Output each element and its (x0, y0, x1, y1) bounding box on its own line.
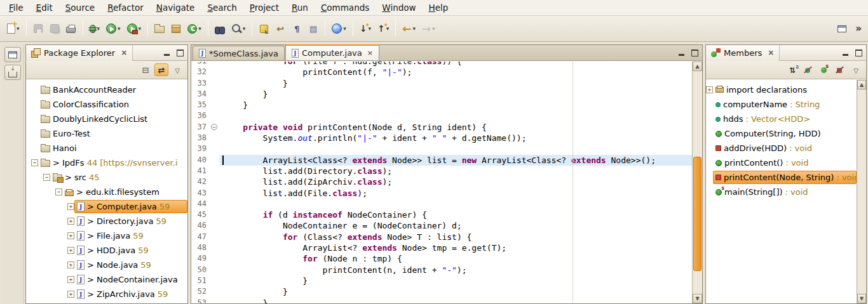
member-item-adddrive-hdd[interactable]: addDrive(HDD): void (706, 141, 857, 155)
member-item-computername[interactable]: computerName: String (706, 97, 857, 112)
new-wizard-button[interactable]: ▾ (4, 20, 22, 37)
print-button[interactable] (64, 20, 79, 37)
hide-fields-button[interactable] (801, 63, 815, 76)
sort-members-button[interactable] (785, 63, 799, 76)
member-item-import-declarations[interactable]: +import declarations (706, 83, 857, 97)
code-line[interactable]: 38 System.out.println("|-" + ident + " "… (191, 133, 692, 143)
tree-item-directory-java[interactable]: +J> Directory.java59 (26, 214, 187, 228)
close-tab-icon[interactable]: × (367, 49, 373, 57)
tree-item-edu-kit-filesystem[interactable]: −> edu.kit.filesystem (26, 185, 187, 199)
code-line[interactable]: 35 } (191, 100, 692, 110)
expand-handle-icon[interactable]: + (67, 261, 74, 268)
menu-run[interactable]: Run (285, 1, 315, 15)
code-line[interactable]: 48 ArrayList<? extends Node> tmp = e.get… (191, 242, 692, 253)
dropdown-arrow-icon[interactable]: ▾ (386, 25, 390, 32)
code-line[interactable]: 49 for (Node n : tmp) { (191, 253, 692, 264)
tree-item-bankaccountreader[interactable]: BankAccountReader (26, 83, 187, 97)
expand-handle-icon[interactable]: + (67, 276, 74, 283)
code-line[interactable]: 43 list.add(File.class); (191, 188, 692, 199)
code-line[interactable]: 39 (191, 143, 692, 154)
hide-non-public-members-button[interactable] (833, 63, 847, 76)
code-area[interactable]: 31 for (File f : hdd.get(File.class)) {3… (191, 62, 692, 303)
menu-help[interactable]: Help (423, 1, 455, 15)
dropdown-arrow-icon[interactable]: ▾ (343, 25, 346, 32)
menu-refactor[interactable]: Refactor (101, 1, 150, 15)
code-line[interactable]: 44 (191, 199, 692, 209)
open-type-button[interactable] (212, 20, 227, 37)
tree-item-src[interactable]: −> src45 (26, 170, 187, 185)
code-line[interactable]: 33 } (191, 78, 692, 89)
scrollbar-thumb[interactable] (693, 157, 702, 271)
show-selected-element-button[interactable] (306, 20, 321, 37)
menu-search[interactable]: Search (201, 1, 243, 15)
toolbar-overflow-chevron-icon[interactable]: » (855, 23, 864, 34)
editor-tab-computer-java[interactable]: JComputer.java× (285, 44, 379, 60)
code-line[interactable]: 51 } (191, 275, 692, 286)
dropdown-arrow-icon[interactable]: ▾ (368, 25, 371, 32)
view-menu-button[interactable] (170, 63, 184, 76)
toolbar-customize-button[interactable] (834, 20, 850, 37)
run-external-tools-button[interactable]: ▾ (125, 20, 144, 37)
code-line[interactable]: 36 (191, 110, 692, 121)
tree-item-ipdfs[interactable]: −> IpdFs44 [https://svnserver.i (26, 155, 187, 170)
tree-item-euro-test[interactable]: Euro-Test (26, 126, 187, 141)
expand-handle-icon[interactable]: + (706, 86, 713, 93)
tree-item-doublylinkedcycliclist[interactable]: DoublyLinkedCyclicList (26, 112, 187, 126)
member-item-main-string[interactable]: main(String[]): void (706, 185, 857, 199)
code-line[interactable]: 53 } (191, 298, 692, 303)
expand-handle-icon[interactable]: + (67, 203, 74, 210)
tree-item-nodecontainer-java[interactable]: +J> NodeContainer.java (26, 272, 187, 287)
tree-item-hdd-java[interactable]: +J> HDD.java59 (26, 243, 187, 258)
code-line[interactable]: 40 ArrayList<Class<? extends Node>> list… (191, 155, 692, 166)
tree-item-node-java[interactable]: +J> Node.java59 (26, 258, 187, 272)
members-vertical-scrollbar[interactable]: ▲ ▼ (857, 80, 866, 303)
collapse-all-button[interactable] (139, 63, 153, 76)
expand-handle-icon[interactable]: + (67, 291, 74, 298)
expand-handle-icon[interactable]: + (67, 218, 74, 225)
restore-editor-fastview-button[interactable] (4, 47, 21, 62)
code-line[interactable]: 34 } (191, 89, 692, 100)
show-whitespace-button[interactable] (289, 20, 304, 37)
member-item-printcontent-node-string[interactable]: printContent(Node, String): void (706, 170, 857, 185)
package-explorer-view-tab[interactable]: Package Explorer × (26, 45, 133, 61)
back-button[interactable]: ▾ (400, 20, 418, 37)
code-line[interactable]: 47 for (Class<? extends Node> T : list) … (191, 232, 692, 242)
maximize-view-button[interactable] (853, 48, 864, 58)
member-item-printcontent[interactable]: printContent(): void (706, 155, 857, 170)
menu-source[interactable]: Source (59, 1, 101, 15)
scroll-up-arrow-icon[interactable]: ▲ (693, 62, 702, 71)
fold-collapse-icon[interactable]: − (211, 124, 217, 130)
scroll-down-arrow-icon[interactable]: ▼ (693, 294, 702, 303)
menu-file[interactable]: File (3, 1, 30, 15)
dropdown-arrow-icon[interactable]: ▾ (118, 25, 121, 32)
menu-project[interactable]: Project (243, 1, 285, 15)
code-line[interactable]: 37− private void printContent(Node d, St… (191, 122, 692, 133)
member-item-hdds[interactable]: hdds: Vector<HDD> (706, 112, 857, 126)
menu-edit[interactable]: Edit (30, 1, 59, 15)
debug-button[interactable]: ▾ (87, 20, 103, 37)
view-fastview-button[interactable] (4, 65, 21, 80)
view-menu-button[interactable] (849, 63, 863, 76)
search-button[interactable]: ▾ (229, 20, 248, 37)
hide-static-members-button[interactable] (817, 63, 831, 76)
code-line[interactable]: 50 printContent(n, ident + "-"); (191, 265, 692, 275)
maximize-view-button[interactable] (174, 48, 186, 58)
new-java-project-button[interactable] (152, 20, 167, 37)
menu-navigate[interactable]: Navigate (150, 1, 201, 15)
minimize-view-button[interactable] (839, 48, 851, 58)
collapse-handle-icon[interactable]: − (43, 174, 50, 181)
code-line[interactable]: 41 list.add(Directory.class); (191, 166, 692, 176)
members-view-tab[interactable]: Members × (706, 45, 780, 61)
close-view-icon[interactable]: × (121, 48, 127, 57)
open-web-browser-button[interactable]: ▾ (329, 20, 349, 37)
mark-occurrences-button[interactable] (256, 20, 271, 37)
member-item-computer-string-hdd[interactable]: Computer(String, HDD) (706, 126, 857, 141)
scroll-up-arrow-icon[interactable]: ▲ (857, 80, 866, 89)
close-view-icon[interactable]: × (768, 48, 774, 57)
dropdown-arrow-icon[interactable]: ▾ (198, 25, 201, 32)
previous-annotation-button[interactable]: ▾ (375, 20, 391, 37)
code-line[interactable]: 45 if (d instanceof NodeContainer) { (191, 209, 692, 220)
minimize-editor-button[interactable] (675, 48, 687, 58)
expand-handle-icon[interactable]: + (67, 247, 74, 254)
dropdown-arrow-icon[interactable]: ▾ (432, 25, 435, 32)
